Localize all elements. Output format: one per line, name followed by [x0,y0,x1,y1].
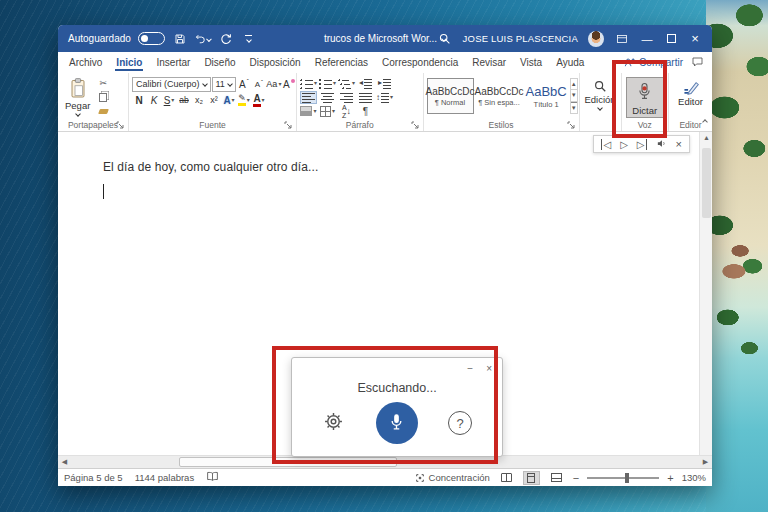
document-title[interactable]: trucos de Microsoft Wor... [324,33,446,44]
tab-disposicion[interactable]: Disposición [243,54,308,71]
help-icon[interactable]: ? [448,411,472,435]
scroll-right-icon[interactable]: ▶ [699,458,712,466]
dialog-launcher-icon[interactable] [284,121,292,129]
zoom-out-icon[interactable]: − [573,472,579,484]
avatar[interactable] [588,31,604,47]
print-layout-button[interactable] [523,471,540,485]
scroll-up-icon[interactable]: ▲ [700,134,713,141]
undo-icon[interactable] [195,30,211,48]
shrink-font-button[interactable]: Aˇ [252,77,266,91]
dialog-launcher-icon[interactable] [567,121,575,129]
tab-inicio[interactable]: Inicio [109,54,149,71]
justify-button[interactable] [357,91,374,104]
styles-scroll-up-icon: ▲ [571,79,577,90]
zoom-slider-thumb[interactable] [625,473,629,483]
sort-button[interactable]: AZ↓ [338,105,355,118]
subscript-button[interactable]: x₂ [192,93,206,107]
style-heading1[interactable]: AaBbC Título 1 [525,78,568,114]
editor-button[interactable]: Editor [672,78,709,108]
close-icon[interactable]: × [676,138,682,150]
zoom-level[interactable]: 130% [682,472,706,483]
tab-archivo[interactable]: Archivo [62,54,109,71]
tab-referencias[interactable]: Referencias [308,54,375,71]
share-button[interactable]: Compartir [624,57,683,68]
bold-button[interactable]: N [132,93,146,107]
pilcrow-button[interactable]: ¶ [357,105,374,118]
superscript-button[interactable]: x² [207,93,221,107]
style-normal[interactable]: AaBbCcDc ¶ Normal [427,78,474,114]
zoom-slider[interactable] [587,477,659,479]
previous-icon[interactable]: ◁ [601,139,611,150]
font-family-select[interactable]: Calibri (Cuerpo) [132,77,211,92]
voice-settings-icon[interactable] [656,138,667,151]
line-spacing-button[interactable]: ↕▾ [376,91,393,104]
copy-icon[interactable] [96,91,110,103]
style-no-spacing[interactable]: AaBbCcDc ¶ Sin espa... [476,78,523,114]
tab-correspondencia[interactable]: Correspondencia [375,54,465,71]
tab-revisar[interactable]: Revisar [465,54,513,71]
autosave-toggle[interactable] [138,32,165,45]
popup-minimize-icon[interactable]: − [467,363,473,374]
zoom-in-icon[interactable]: + [667,472,673,484]
increase-indent-button[interactable]: ▸ [376,77,393,90]
vertical-scroll-thumb[interactable] [702,148,711,218]
read-mode-button[interactable] [498,471,515,485]
dialog-launcher-icon[interactable] [116,121,124,129]
tab-insertar[interactable]: Insertar [149,54,197,71]
styles-gallery-scroll[interactable]: ▲▼▼ [570,78,578,114]
italic-button[interactable]: K [147,93,161,107]
vertical-scrollbar[interactable]: ▲ [699,132,712,455]
dictate-button[interactable]: Dictar [626,77,664,118]
highlight-button[interactable]: ✎▾ [237,93,251,107]
tab-ayuda[interactable]: Ayuda [549,54,591,71]
change-case-button[interactable]: Aa▾ [267,77,281,91]
save-icon[interactable] [172,30,188,48]
page-indicator[interactable]: Página 5 de 5 [64,472,123,483]
word-count[interactable]: 1144 palabras [135,472,195,483]
comment-icon[interactable] [691,56,704,70]
next-icon[interactable]: ▷ [637,139,647,150]
scroll-left-icon[interactable]: ◀ [58,458,71,466]
grow-font-button[interactable]: Aˆ [237,77,251,91]
shading-button[interactable]: ▾ [300,105,317,118]
collapse-ribbon-icon[interactable] [703,110,707,128]
close-icon[interactable]: × [688,31,702,46]
tab-vista[interactable]: Vista [513,54,549,71]
horizontal-scroll-thumb[interactable] [179,457,397,467]
align-right-button[interactable] [338,91,355,104]
align-center-icon [321,91,334,103]
bullets-button[interactable]: ▾ [300,77,317,90]
customize-qat-icon[interactable] [241,30,257,48]
font-size-select[interactable]: 11 [212,77,236,92]
paste-button[interactable]: Pegar [61,76,94,117]
play-icon[interactable]: ▷ [620,139,628,150]
user-name[interactable]: JOSE LUIS PLASCENCIA [463,33,578,44]
multilevel-list-button[interactable]: ▾ [338,77,355,90]
cut-icon[interactable]: ✂ [96,77,110,89]
numbering-button[interactable]: ▾ [319,77,336,90]
font-color-button[interactable]: A▾ [252,93,266,107]
text-effects-button[interactable]: A▾ [222,93,236,107]
dialog-launcher-icon[interactable] [411,121,419,129]
borders-icon [320,106,331,117]
focus-mode-button[interactable]: Concentración [415,472,490,483]
strikethrough-button[interactable]: ab [177,93,191,107]
settings-gear-icon[interactable] [322,410,345,437]
redo-icon[interactable] [218,30,234,48]
align-left-button[interactable] [300,91,317,104]
clear-formatting-button[interactable]: A [282,77,296,91]
decrease-indent-button[interactable]: ◂ [357,77,374,90]
align-center-button[interactable] [319,91,336,104]
format-painter-icon[interactable] [96,105,110,117]
borders-button[interactable]: ▾ [319,105,336,118]
maximize-icon[interactable] [664,33,678,45]
tab-diseno[interactable]: Diseño [197,54,242,71]
popup-close-icon[interactable]: × [486,363,492,374]
minimize-icon[interactable]: — [640,33,654,45]
web-layout-button[interactable] [548,471,565,485]
dictation-mic-button[interactable] [376,402,418,444]
editing-button[interactable]: Edición [583,78,618,111]
ribbon-display-icon[interactable] [614,30,630,48]
underline-button[interactable]: S▾ [162,93,176,107]
proofing-book-icon[interactable] [206,471,219,484]
